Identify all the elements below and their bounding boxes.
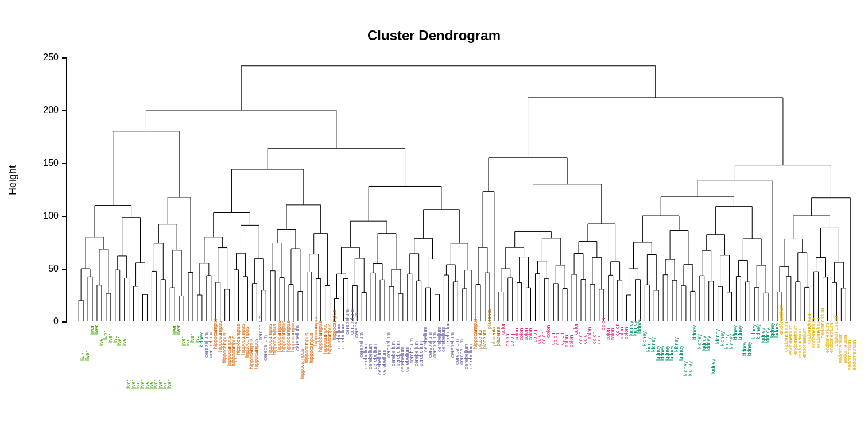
leaf-label-liver: liver: [167, 379, 172, 389]
y-tick-label: 200: [36, 105, 59, 115]
y-tick-mark: [62, 321, 67, 323]
leaf-label-kidney: kidney: [679, 346, 684, 361]
leaf-label-liver: liver: [85, 351, 90, 361]
dendrogram-tree: [75, 57, 855, 321]
leaf-label-hippocampus: hippocampus: [254, 338, 259, 369]
leaf-label-endometrium: endometrium: [852, 340, 857, 370]
leaf-label-kidney: kidney: [738, 326, 743, 340]
leaf-label-kidney: kidney: [688, 361, 693, 376]
y-tick-mark: [62, 57, 67, 59]
y-axis-label: Height: [7, 165, 19, 195]
leaf-label-placenta: placenta: [482, 330, 487, 349]
y-tick-label: 250: [36, 52, 59, 63]
leaf-label-kidney: kidney: [706, 336, 711, 351]
leaf-label-colon: colon: [569, 335, 574, 347]
y-tick-label: 100: [36, 211, 59, 221]
y-tick-label: 0: [36, 316, 59, 327]
leaf-label-liver: liver: [122, 336, 127, 346]
leaf-label-colon: colon: [501, 322, 506, 335]
y-tick-mark: [62, 163, 67, 164]
y-tick-mark: [62, 216, 67, 217]
y-tick-mark: [62, 110, 67, 111]
leaf-label-placenta: placenta: [487, 309, 492, 329]
chart-title: Cluster Dendrogram: [0, 28, 868, 44]
leaf-label-liver: liver: [94, 325, 99, 335]
leaf-label-kidney: kidney: [711, 359, 716, 374]
y-tick-label: 50: [36, 264, 59, 274]
leaf-label-kidney: kidney: [747, 342, 752, 356]
y-tick-label: 150: [36, 158, 59, 168]
y-tick-mark: [62, 269, 67, 270]
leaf-label-liver: liver: [176, 325, 181, 335]
leaf-label-cerebellum: cerebellum: [295, 326, 300, 351]
y-axis-spine: [66, 57, 67, 321]
leaf-label-colon: colon: [596, 331, 602, 344]
